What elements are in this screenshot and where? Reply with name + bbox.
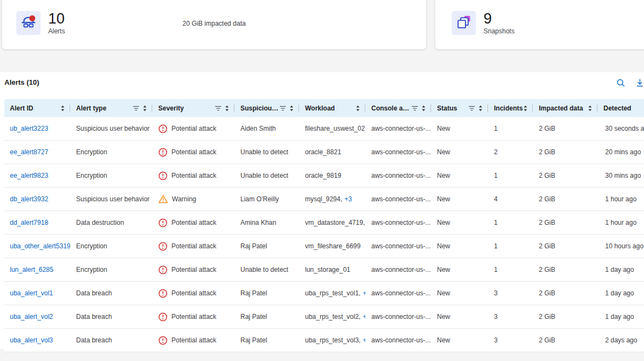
alert-id-link[interactable]: dd_alert7918 (10, 219, 48, 226)
alert-type-cell: Encryption (70, 141, 152, 164)
column-header-impacted-data[interactable]: Impacted data (533, 99, 597, 117)
snapshots-summary-card: 9 Snapshots (435, 0, 644, 49)
snapshots-icon (454, 12, 474, 34)
sort-icon[interactable] (60, 105, 65, 112)
workload-name: mysql_9294, (305, 195, 342, 203)
alert-id-link[interactable]: lun_alert_6285 (10, 266, 53, 273)
console-agent-cell: aws-connector-us-... (365, 188, 431, 211)
workload-name: uba_rps_test_vol3, (305, 336, 360, 344)
alert-id-link[interactable]: uba_alert_vol3 (10, 336, 53, 344)
suspicious-user-cell: Liam O'Reilly (234, 188, 299, 211)
severity-label: Potential attack (171, 336, 216, 344)
detected-cell: 30 seconds ago (597, 117, 644, 140)
filter-icon[interactable] (133, 106, 140, 111)
suspicious-user-cell: Raj Patel (234, 235, 299, 258)
table-row: db_alert3932Suspicious user behaviorWarn… (4, 188, 644, 211)
sort-icon[interactable] (355, 105, 360, 112)
detected-cell: 1 day ago (597, 282, 644, 305)
sort-icon[interactable] (478, 105, 483, 112)
column-header-status[interactable]: Status (431, 99, 488, 117)
snapshots-icon-box (452, 11, 476, 35)
alert-id-link[interactable]: ee_alert9823 (10, 172, 48, 179)
severity-cell: Potential attack (152, 329, 234, 352)
alert-id-link[interactable]: ub_alert3223 (10, 125, 48, 132)
alert-id-link[interactable]: db_alert3932 (10, 195, 48, 203)
status-cell: New (431, 258, 488, 281)
alert-id-link[interactable]: ee_alert8727 (10, 148, 48, 156)
detected-cell: 1 hour ago (597, 211, 644, 234)
incidents-cell: 3 (488, 329, 533, 352)
status-cell: New (431, 305, 488, 328)
console-agent-cell: aws-connector-us-... (365, 141, 431, 164)
column-header-console-agent[interactable]: Console agent (365, 99, 431, 117)
column-header-alert-type[interactable]: Alert type (70, 99, 152, 117)
download-icon[interactable] (634, 77, 644, 88)
column-header-detected[interactable]: Detected (597, 99, 644, 117)
alert-id-link[interactable]: uba_alert_vol1 (10, 289, 53, 297)
status-cell: New (431, 211, 488, 234)
table-row: ee_alert8727EncryptionPotential attackUn… (4, 141, 644, 164)
alert-id-link[interactable]: uba_alert_vol2 (10, 313, 53, 321)
alerts-table: Alert IDAlert typeSeveritySuspicious u..… (4, 99, 644, 352)
column-header-severity[interactable]: Severity (152, 99, 234, 117)
column-label: Detected (603, 104, 631, 112)
alerts-section: Alerts (10) Alert IDAlert typeSeveritySu… (0, 72, 644, 349)
alert-id-link[interactable]: uba_other_alert5319 (10, 242, 70, 250)
alert-id-cell: uba_other_alert5319 (4, 235, 70, 258)
filter-icon[interactable] (279, 106, 286, 111)
filter-icon[interactable] (468, 106, 475, 111)
sort-icon[interactable] (225, 105, 229, 112)
column-label: Alert ID (10, 104, 33, 112)
alerts-table-header: Alert IDAlert typeSeveritySuspicious u..… (4, 99, 644, 117)
workload-cell: uba_rps_test_vol1,+2 (299, 282, 365, 305)
workload-cell: vm_fileshare_6699 (299, 235, 365, 258)
sort-icon[interactable] (588, 105, 593, 112)
suspicious-user-cell: Unable to detect (234, 258, 299, 281)
workload-more-link[interactable]: +3 (344, 195, 352, 203)
console-agent-cell: aws-connector-us-... (365, 117, 431, 140)
table-row: uba_alert_vol2Data breachPotential attac… (4, 305, 644, 329)
workload-name: oracle_8821 (305, 148, 341, 156)
severity-cell: Potential attack (152, 164, 234, 187)
impacted-data-cell: 2 GiB (533, 282, 597, 305)
sort-icon[interactable] (523, 105, 528, 112)
incidents-cell: 4 (488, 188, 533, 211)
filter-icon[interactable] (215, 106, 222, 111)
column-label: Severity (158, 104, 184, 112)
impacted-data-cell: 2 GiB (533, 117, 597, 140)
severity-cell: Potential attack (152, 282, 234, 305)
suspicious-user-cell: Unable to detect (234, 164, 299, 187)
sort-icon[interactable] (421, 105, 426, 112)
potential-attack-icon (158, 124, 168, 133)
suspicious-user-cell: Raj Patel (234, 329, 299, 352)
table-row: uba_alert_vol1Data breachPotential attac… (4, 282, 644, 305)
column-label: Status (437, 104, 457, 112)
severity-label: Potential attack (171, 242, 216, 250)
alert-id-cell: uba_alert_vol3 (4, 329, 70, 352)
search-icon[interactable] (615, 77, 626, 88)
table-row: lun_alert_6285EncryptionPotential attack… (4, 258, 644, 282)
sort-icon[interactable] (142, 105, 147, 112)
filter-icon[interactable] (411, 106, 418, 111)
alerts-count-label: Alerts (48, 27, 65, 35)
column-header-suspicious-u[interactable]: Suspicious u... (234, 99, 299, 117)
impacted-data-cell: 2 GiB (533, 188, 597, 211)
suspicious-user-cell: Amina Khan (234, 211, 299, 234)
table-row: dd_alert7918Data destructionPotential at… (4, 211, 644, 235)
sort-icon[interactable] (289, 105, 294, 112)
status-cell: New (431, 329, 488, 352)
column-header-alert-id[interactable]: Alert ID (4, 99, 70, 117)
console-agent-cell: aws-connector-us-... (365, 329, 431, 352)
impacted-data-cell: 2 GiB (533, 305, 597, 328)
workload-cell: lun_storage_01 (299, 258, 365, 281)
column-header-workload[interactable]: Workload (299, 99, 365, 117)
incidents-cell: 3 (488, 305, 533, 328)
column-label: Workload (305, 104, 335, 112)
potential-attack-icon (158, 336, 168, 345)
column-header-incidents[interactable]: Incidents (488, 99, 533, 117)
alert-id-cell: ee_alert8727 (4, 141, 70, 164)
alert-id-cell: db_alert3932 (4, 188, 70, 211)
potential-attack-icon (158, 265, 168, 275)
workload-name: vm_datastore_4719, (305, 219, 365, 226)
alert-type-cell: Data destruction (70, 211, 152, 234)
